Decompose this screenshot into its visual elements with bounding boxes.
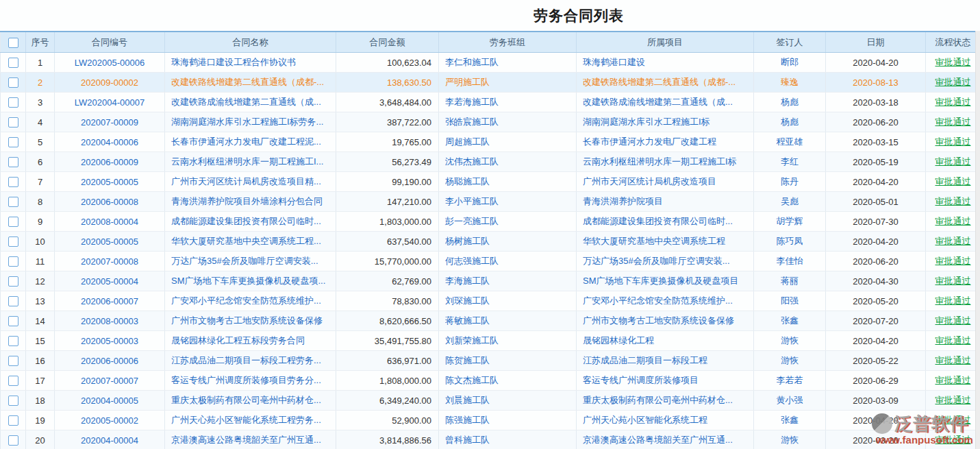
table-row[interactable]: 20202004-00004京港澳高速公路粤境韶关至广州互通...3,814,8… xyxy=(1,430,980,449)
table-row[interactable]: 10202005-00005华软大厦研究基地中央空调系统工程...637,540… xyxy=(1,232,980,252)
cell-code[interactable]: 202007-00008 xyxy=(55,252,165,271)
cell-signer[interactable]: 黄小强 xyxy=(754,391,826,411)
cell-team[interactable]: 张皓宸施工队 xyxy=(439,112,577,132)
cell-project[interactable]: 京港澳高速公路粤境韶关至广州互通... xyxy=(577,430,754,449)
cell-team[interactable]: 刘琛施工队 xyxy=(439,291,577,311)
cell-project[interactable]: SM广场地下车库更换摄像机及硬盘项目 xyxy=(577,271,754,291)
cell-status-link[interactable]: 审批通过 xyxy=(926,331,980,351)
row-checkbox[interactable] xyxy=(8,276,18,287)
row-checkbox[interactable] xyxy=(8,197,18,207)
cell-signer[interactable]: 游恢 xyxy=(754,430,826,449)
table-row[interactable]: 14202008-00003广州市文物考古工地安防系统设备保修8,620,666… xyxy=(1,311,980,331)
cell-name[interactable]: 华软大厦研究基地中央空调系统工程... xyxy=(165,232,336,252)
row-checkbox[interactable] xyxy=(8,157,18,167)
cell-status-link[interactable]: 审批通过 xyxy=(926,73,980,93)
cell-code[interactable]: 202008-00004 xyxy=(55,212,165,232)
cell-name[interactable]: 重庆太极制药有限公司亳州中药材仓... xyxy=(165,391,336,411)
cell-code[interactable]: 202006-00006 xyxy=(55,351,165,371)
cell-code[interactable]: LW202004-00007 xyxy=(55,93,165,112)
cell-team[interactable]: 刘晨施工队 xyxy=(439,391,577,411)
cell-project[interactable]: 晟铭园林绿化工程 xyxy=(577,331,754,351)
cell-signer[interactable]: 李红 xyxy=(754,152,826,172)
row-checkbox[interactable] xyxy=(8,256,18,267)
row-checkbox[interactable] xyxy=(8,336,18,346)
row-checkbox[interactable] xyxy=(8,396,18,406)
cell-name[interactable]: 云南水利枢纽潜明水库一期工程施工I... xyxy=(165,152,336,172)
cell-name[interactable]: 长春市伊通河水力发电厂改建工程泥... xyxy=(165,132,336,152)
cell-team[interactable]: 李若海施工队 xyxy=(439,93,577,112)
cell-team[interactable]: 陈强施工队 xyxy=(439,411,577,430)
cell-status-link[interactable]: 审批通过 xyxy=(926,112,980,132)
cell-signer[interactable]: 李若若 xyxy=(754,371,826,391)
cell-name[interactable]: 客运专线广州调度所装修项目劳务分... xyxy=(165,371,336,391)
cell-project[interactable]: 万达广场35#会所及咖啡厅空调安装... xyxy=(577,252,754,271)
row-checkbox[interactable] xyxy=(8,177,18,187)
cell-name[interactable]: 青海洪湖养护院项目外墙涂料分包合同 xyxy=(165,192,336,212)
row-checkbox[interactable] xyxy=(8,217,18,227)
cell-code[interactable]: 202005-00005 xyxy=(55,232,165,252)
cell-signer[interactable]: 杨彪 xyxy=(754,112,826,132)
cell-code[interactable]: 202005-00002 xyxy=(55,411,165,430)
cell-signer[interactable]: 李佳怡 xyxy=(754,252,826,271)
cell-team[interactable]: 严明施工队 xyxy=(439,73,577,93)
cell-status-link[interactable]: 审批通过 xyxy=(926,430,980,449)
cell-code[interactable]: 202006-00009 xyxy=(55,152,165,172)
cell-status-link[interactable]: 审批通过 xyxy=(926,172,980,192)
table-row[interactable]: 5202004-00006长春市伊通河水力发电厂改建工程泥...19,765.0… xyxy=(1,132,980,152)
cell-status-link[interactable]: 审批通过 xyxy=(926,252,980,271)
cell-name[interactable]: 改建铁路成渝线增建第二直通线（成... xyxy=(165,93,336,112)
cell-signer[interactable]: 游恢 xyxy=(754,351,826,371)
cell-name[interactable]: 湖南洞庭湖水库引水工程施工I标劳务... xyxy=(165,112,336,132)
row-checkbox[interactable] xyxy=(8,296,18,306)
cell-project[interactable]: 青海洪湖养护院项目 xyxy=(577,192,754,212)
cell-name[interactable]: 成都能源建设集团投资有限公司临时... xyxy=(165,212,336,232)
cell-signer[interactable]: 臻逸 xyxy=(754,73,826,93)
cell-status-link[interactable]: 审批通过 xyxy=(926,192,980,212)
table-row[interactable]: 3LW202004-00007改建铁路成渝线增建第二直通线（成...3,648,… xyxy=(1,93,980,112)
cell-signer[interactable]: 陈丹 xyxy=(754,172,826,192)
cell-code[interactable]: 202005-00003 xyxy=(55,331,165,351)
cell-name[interactable]: 珠海鹤港口建设工程合作协议书 xyxy=(165,53,336,73)
cell-signer[interactable]: 断郎 xyxy=(754,53,826,73)
cell-status-link[interactable]: 审批通过 xyxy=(926,271,980,291)
table-row[interactable]: 6202006-00009云南水利枢纽潜明水库一期工程施工I...56,273.… xyxy=(1,152,980,172)
cell-name[interactable]: 万达广场35#会所及咖啡厅空调安装... xyxy=(165,252,336,271)
cell-name[interactable]: 江苏成品油二期项目一标段工程劳务... xyxy=(165,351,336,371)
row-checkbox[interactable] xyxy=(8,356,18,366)
cell-code[interactable]: 202006-00007 xyxy=(55,291,165,311)
table-row[interactable]: 17202007-00007客运专线广州调度所装修项目劳务分...1,808,0… xyxy=(1,371,980,391)
cell-status-link[interactable]: 审批通过 xyxy=(926,411,980,430)
cell-team[interactable]: 杨聪施工队 xyxy=(439,172,577,192)
cell-code[interactable]: 202007-00009 xyxy=(55,112,165,132)
cell-team[interactable]: 李仁和施工队 xyxy=(439,53,577,73)
cell-project[interactable]: 广州市文物考古工地安防系统设备保修 xyxy=(577,311,754,331)
cell-code[interactable]: 202005-00005 xyxy=(55,172,165,192)
cell-team[interactable]: 蒋敏施工队 xyxy=(439,311,577,331)
row-checkbox[interactable] xyxy=(8,97,18,108)
row-checkbox[interactable] xyxy=(8,58,18,68)
cell-status-link[interactable]: 审批通过 xyxy=(926,311,980,331)
cell-team[interactable]: 杨树施工队 xyxy=(439,232,577,252)
cell-status-link[interactable]: 审批通过 xyxy=(926,351,980,371)
cell-project[interactable]: 长春市伊通河水力发电厂改建工程 xyxy=(577,132,754,152)
cell-project[interactable]: 客运专线广州调度所装修项目 xyxy=(577,371,754,391)
cell-status-link[interactable]: 审批通过 xyxy=(926,53,980,73)
cell-project[interactable]: 重庆太极制药有限公司亳州中药材仓... xyxy=(577,391,754,411)
cell-project[interactable]: 广州天心苑小区智能化系统工程 xyxy=(577,411,754,430)
cell-status-link[interactable]: 审批通过 xyxy=(926,371,980,391)
cell-name[interactable]: 广安邓小平纪念馆安全防范系统维护... xyxy=(165,291,336,311)
cell-project[interactable]: 广安邓小平纪念馆安全防范系统维护... xyxy=(577,291,754,311)
cell-code[interactable]: 202004-00006 xyxy=(55,132,165,152)
cell-status-link[interactable]: 审批通过 xyxy=(926,391,980,411)
cell-name[interactable]: 广州天心苑小区智能化系统工程劳务... xyxy=(165,411,336,430)
cell-code[interactable]: 202008-00003 xyxy=(55,311,165,331)
table-row[interactable]: 12202005-00004SM广场地下车库更换摄像机及硬盘项...62,769… xyxy=(1,271,980,291)
cell-signer[interactable]: 陈巧凤 xyxy=(754,232,826,252)
cell-team[interactable]: 彭一亮施工队 xyxy=(439,212,577,232)
cell-project[interactable]: 广州市天河区统计局机房改造项目 xyxy=(577,172,754,192)
row-checkbox[interactable] xyxy=(8,316,18,326)
table-row[interactable]: 9202008-00004成都能源建设集团投资有限公司临时...1,803,00… xyxy=(1,212,980,232)
cell-name[interactable]: 改建铁路线增建第二线直通线（成都-... xyxy=(165,73,336,93)
cell-project[interactable]: 江苏成品油二期项目一标段工程 xyxy=(577,351,754,371)
table-row[interactable]: 13202006-00007广安邓小平纪念馆安全防范系统维护...78,830.… xyxy=(1,291,980,311)
